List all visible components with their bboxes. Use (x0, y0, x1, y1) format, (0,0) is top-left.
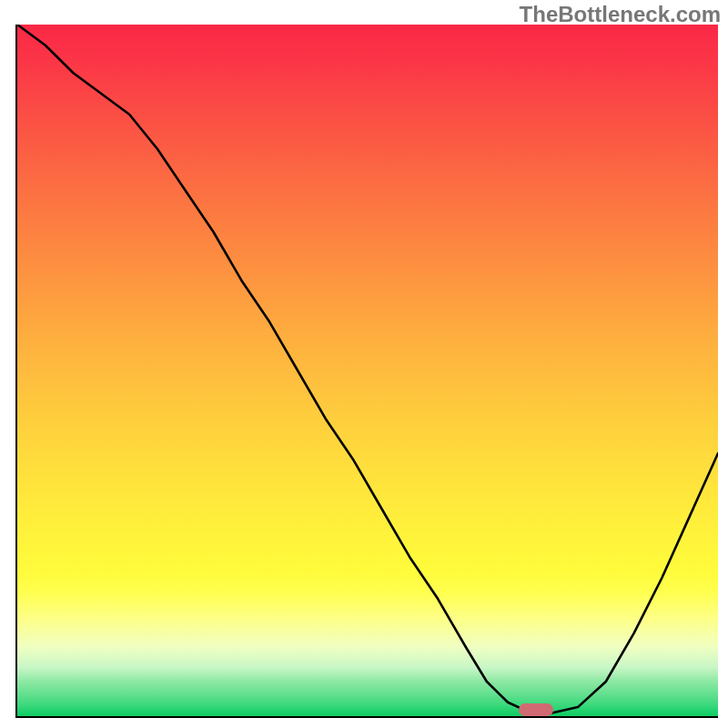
bottleneck-curve (17, 25, 718, 716)
watermark-text: TheBottleneck.com (520, 2, 721, 27)
optimal-marker (519, 703, 553, 716)
plot-area (15, 25, 718, 718)
chart-container: TheBottleneck.com (0, 0, 728, 728)
